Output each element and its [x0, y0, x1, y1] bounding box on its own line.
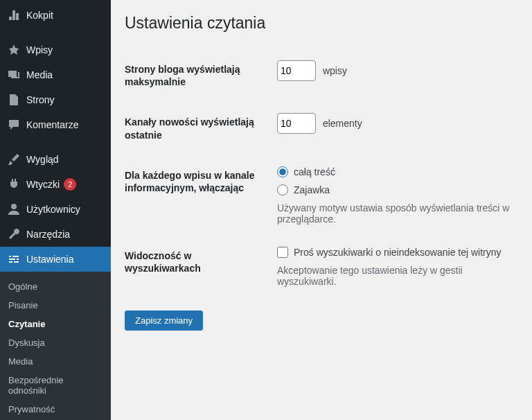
plugins-badge: 2	[64, 178, 76, 191]
main-content: Ustawienia czytania Strony bloga wyświet…	[111, 0, 532, 420]
blog-posts-label: Strony bloga wyświetlają maksymalnie	[125, 49, 270, 102]
save-button[interactable]: Zapisz zmiany	[125, 310, 203, 331]
feed-summary-label: Zajawka	[294, 184, 330, 195]
feed-items-label: Kanały nowości wyświetlają ostatnie	[125, 102, 270, 155]
comment-icon	[7, 118, 21, 132]
visibility-desc: Akceptowanie tego ustawienia leży w gest…	[277, 265, 511, 287]
sidebar-item-label: Narzędzia	[26, 229, 70, 240]
visibility-checkbox[interactable]	[277, 247, 288, 258]
admin-sidebar: Kokpit Wpisy Media Strony Komentarze Wyg…	[0, 0, 111, 420]
blog-posts-input[interactable]	[277, 60, 316, 81]
plugin-icon	[7, 177, 21, 191]
feed-full-radio[interactable]	[277, 166, 288, 177]
visibility-check-label: Proś wyszukiwarki o nieindeksowanie tej …	[294, 247, 502, 258]
wrench-icon	[7, 227, 21, 241]
submenu-writing[interactable]: Pisanie	[0, 296, 111, 315]
sidebar-item-label: Wpisy	[26, 44, 53, 55]
sidebar-item-label: Użytkownicy	[26, 204, 80, 215]
sidebar-item-users[interactable]: Użytkownicy	[0, 197, 111, 222]
sidebar-item-label: Wtyczki	[26, 179, 60, 190]
sidebar-item-media[interactable]: Media	[0, 62, 111, 87]
page-title: Ustawienia czytania	[125, 14, 518, 33]
sidebar-item-label: Media	[26, 69, 53, 80]
submenu-discussion[interactable]: Dyskusja	[0, 333, 111, 352]
sliders-icon	[7, 252, 21, 266]
pin-icon	[7, 43, 21, 57]
sidebar-item-label: Kokpit	[26, 10, 53, 21]
submenu-general[interactable]: Ogólne	[0, 277, 111, 296]
submenu-media[interactable]: Media	[0, 352, 111, 371]
sidebar-item-pages[interactable]: Strony	[0, 87, 111, 112]
media-icon	[7, 68, 21, 82]
dashboard-icon	[7, 8, 21, 22]
feed-content-label: Dla każdego wpisu w kanale informacyjnym…	[125, 155, 270, 236]
pages-icon	[7, 93, 21, 107]
user-icon	[7, 202, 21, 216]
feed-content-desc: Używany motyw ustawia sposób wyświetlani…	[277, 202, 511, 225]
submenu-reading[interactable]: Czytanie	[0, 315, 111, 333]
brush-icon	[7, 152, 21, 166]
visibility-label: Widoczność w wyszukiwarkach	[125, 236, 270, 298]
submenu-permalinks[interactable]: Bezpośrednie odnośniki	[0, 371, 111, 400]
feed-full-label: całą treść	[294, 166, 335, 177]
sidebar-item-label: Komentarze	[26, 119, 78, 130]
sidebar-item-plugins[interactable]: Wtyczki 2	[0, 172, 111, 197]
sidebar-item-settings[interactable]: Ustawienia	[0, 247, 111, 272]
sidebar-item-label: Wygląd	[26, 154, 59, 165]
sidebar-item-comments[interactable]: Komentarze	[0, 112, 111, 137]
sidebar-item-label: Ustawienia	[26, 254, 73, 265]
sidebar-item-appearance[interactable]: Wygląd	[0, 147, 111, 172]
settings-submenu: Ogólne Pisanie Czytanie Dyskusja Media B…	[0, 272, 111, 420]
feed-summary-radio[interactable]	[277, 184, 288, 195]
feed-items-suffix: elementy	[323, 118, 362, 129]
blog-posts-suffix: wpisy	[323, 65, 347, 76]
sidebar-item-tools[interactable]: Narzędzia	[0, 222, 111, 247]
sidebar-item-dashboard[interactable]: Kokpit	[0, 3, 111, 28]
sidebar-item-label: Strony	[26, 94, 54, 105]
svg-point-0	[11, 204, 17, 209]
feed-items-input[interactable]	[277, 113, 316, 134]
submenu-privacy[interactable]: Prywatność	[0, 400, 111, 419]
sidebar-item-posts[interactable]: Wpisy	[0, 37, 111, 62]
